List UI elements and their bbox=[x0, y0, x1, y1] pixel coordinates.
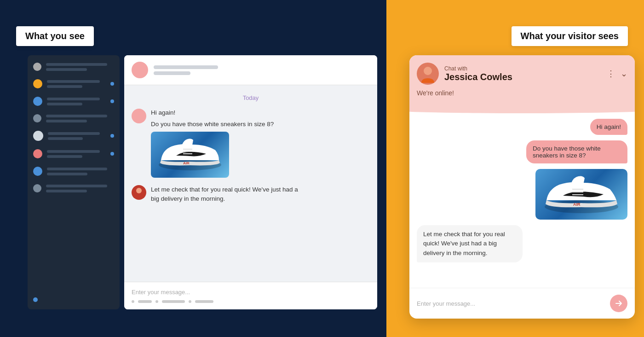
chat-header bbox=[124, 55, 377, 85]
left-label: What you see bbox=[16, 26, 94, 46]
widget-input[interactable]: Enter your message... bbox=[417, 300, 475, 307]
chat-body: Today Hi again! Do you have those white … bbox=[124, 85, 377, 282]
right-label: What your visitor sees bbox=[512, 26, 628, 46]
unread-dot bbox=[110, 152, 114, 156]
chat-footer[interactable]: Enter your message... bbox=[124, 282, 377, 309]
chat-input[interactable]: Enter your message... bbox=[132, 289, 370, 296]
agent-sidebar bbox=[28, 55, 120, 309]
widget-header: Chat with Jessica Cowles ⋮ ⌄ We're onlin… bbox=[409, 55, 635, 108]
right-panel: What your visitor sees Chat with bbox=[386, 0, 644, 337]
online-status: We're online! bbox=[417, 89, 627, 97]
toolbar-icon bbox=[162, 300, 185, 303]
visitor-question: Do you have those white sneakers in size… bbox=[151, 120, 274, 129]
toolbar-icon bbox=[155, 300, 158, 303]
avatar bbox=[33, 97, 42, 106]
sneaker-image: AIR bbox=[151, 132, 229, 178]
svg-text:AIR: AIR bbox=[573, 202, 581, 207]
widget-footer[interactable]: Enter your message... bbox=[409, 288, 635, 319]
toolbar-icon bbox=[132, 300, 134, 303]
avatar bbox=[33, 149, 42, 158]
visitor-bubble-1: Hi again! bbox=[590, 119, 627, 135]
list-item[interactable] bbox=[33, 114, 114, 122]
list-item[interactable] bbox=[33, 131, 114, 141]
visitor-message-row: Hi again! Do you have those white sneake… bbox=[132, 109, 370, 178]
send-button[interactable] bbox=[610, 295, 627, 312]
avatar bbox=[132, 62, 148, 78]
svg-text:AIR: AIR bbox=[183, 161, 190, 165]
unread-dot bbox=[110, 134, 114, 138]
chat-date: Today bbox=[132, 94, 370, 101]
agent-bubble: Let me check that for you real quick! We… bbox=[417, 225, 523, 262]
chat-with-label: Chat with bbox=[444, 65, 512, 72]
avatar bbox=[33, 114, 41, 122]
chat-widget: Chat with Jessica Cowles ⋮ ⌄ We're onlin… bbox=[409, 55, 635, 319]
avatar bbox=[33, 79, 42, 88]
avatar bbox=[33, 167, 42, 176]
avatar bbox=[33, 131, 43, 141]
widget-sneaker-image: AIR bbox=[535, 169, 627, 220]
list-item[interactable] bbox=[33, 97, 114, 106]
agent-message-row: Let me check that for you real quick! We… bbox=[132, 185, 370, 204]
left-panel: What you see bbox=[0, 0, 386, 337]
more-options-icon[interactable]: ⋮ bbox=[607, 69, 615, 79]
widget-agent-avatar bbox=[417, 63, 439, 85]
avatar bbox=[33, 184, 41, 192]
visitor-bubble-2: Do you have those white sneakers in size… bbox=[526, 140, 627, 163]
chevron-down-icon[interactable]: ⌄ bbox=[621, 69, 627, 79]
agent-chat-window: Today Hi again! Do you have those white … bbox=[124, 55, 377, 309]
agent-avatar bbox=[132, 185, 146, 200]
widget-body: Hi again! Do you have those white sneake… bbox=[409, 108, 635, 288]
svg-point-5 bbox=[136, 188, 142, 193]
agent-message-text: Let me check that for you real quick! We… bbox=[151, 185, 298, 204]
list-item[interactable] bbox=[33, 63, 114, 71]
unread-dot bbox=[110, 82, 114, 86]
agent-name: Jessica Cowles bbox=[444, 72, 512, 82]
toolbar-icon bbox=[138, 300, 152, 303]
list-item[interactable] bbox=[33, 79, 114, 88]
avatar bbox=[33, 63, 41, 71]
list-item[interactable] bbox=[33, 149, 114, 158]
svg-point-6 bbox=[424, 67, 432, 75]
visitor-avatar bbox=[132, 109, 146, 123]
list-item[interactable] bbox=[33, 184, 114, 192]
toolbar-icon bbox=[195, 300, 213, 303]
unread-dot bbox=[110, 99, 114, 103]
toolbar-icon bbox=[189, 300, 191, 303]
list-item[interactable] bbox=[33, 167, 114, 176]
status-dot bbox=[33, 297, 38, 302]
visitor-greeting: Hi again! bbox=[151, 109, 274, 117]
